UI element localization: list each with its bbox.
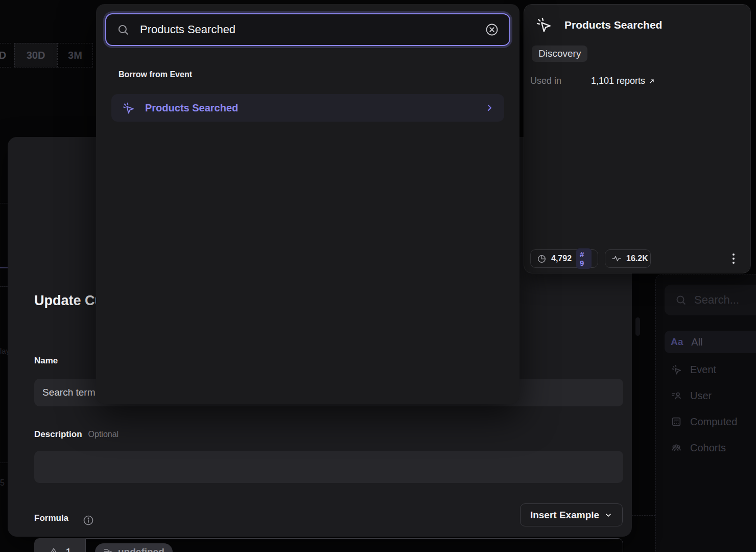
sidebar-search-placeholder: Search... xyxy=(694,293,739,307)
sidebar-item-cohorts[interactable]: Cohorts xyxy=(665,436,756,459)
category-badge: Discovery xyxy=(532,45,587,62)
chart-line-fragment xyxy=(0,267,8,268)
scrollbar-thumb[interactable] xyxy=(635,317,640,336)
description-field[interactable] xyxy=(34,451,623,483)
warning-icon xyxy=(48,546,59,552)
volume-pill[interactable]: 16.2K xyxy=(605,249,651,268)
pie-chart-icon xyxy=(537,254,547,264)
time-range-30d[interactable]: 30D xyxy=(14,43,57,67)
sidebar-item-computed[interactable]: Computed xyxy=(665,410,756,433)
chart-gridline xyxy=(0,463,8,463)
sidebar-item-label: All xyxy=(691,336,702,348)
description-label: Description Optional xyxy=(34,429,119,440)
sidebar-item-label: User xyxy=(690,390,712,402)
section-label: Borrow from Event xyxy=(119,70,192,79)
event-cursor-icon xyxy=(122,101,135,114)
sidebar-item-user[interactable]: User xyxy=(665,384,756,407)
event-detail-card: Products Searched Discovery Used in 1,10… xyxy=(524,4,751,273)
error-count: 1 xyxy=(65,546,72,552)
total-count-pill[interactable]: 4,792 # 9 xyxy=(530,249,598,268)
rank-badge: # 9 xyxy=(576,248,592,269)
people-group-icon xyxy=(671,442,682,453)
formula-error-count: 1 xyxy=(34,538,85,552)
chart-gridline xyxy=(0,286,8,287)
time-range-3m[interactable]: 3M xyxy=(57,43,93,67)
sidebar-item-label: Event xyxy=(690,364,716,376)
app-root: D 30D 3M lay 5 Search... Aa All Event xyxy=(0,0,756,552)
search-icon xyxy=(675,294,687,306)
panel-edge-fragment xyxy=(632,515,655,516)
chip-label: undefined xyxy=(118,546,164,552)
text-type-icon: Aa xyxy=(671,336,683,348)
formula-property-chip[interactable]: undefined xyxy=(95,543,173,552)
sidebar-item-label: Cohorts xyxy=(690,442,726,454)
chevron-down-icon xyxy=(604,511,612,519)
user-profile-icon xyxy=(671,390,682,401)
search-input[interactable] xyxy=(139,22,476,37)
result-label: Products Searched xyxy=(145,102,475,114)
volume-count: 16.2K xyxy=(626,254,648,263)
info-icon[interactable] xyxy=(82,514,94,526)
chart-axis-fragment: 5 xyxy=(0,478,5,488)
sidebar-item-label: Computed xyxy=(690,416,737,428)
search-input-wrapper xyxy=(105,13,510,46)
chevron-right-icon xyxy=(485,103,494,112)
insert-example-button[interactable]: Insert Example xyxy=(520,503,623,526)
time-range-partial[interactable]: D xyxy=(0,43,11,67)
property-search-modal: Borrow from Event Products Searched xyxy=(96,4,519,404)
sidebar-search-input[interactable]: Search... xyxy=(665,285,756,315)
search-result-products-searched[interactable]: Products Searched xyxy=(111,94,504,122)
used-in-reports-link[interactable]: 1,101 reports xyxy=(591,76,655,86)
name-label: Name xyxy=(34,356,58,366)
activity-pulse-icon xyxy=(611,254,622,264)
total-count: 4,792 xyxy=(551,254,572,263)
formula-editor[interactable]: undefined xyxy=(85,538,623,552)
event-cursor-icon xyxy=(535,16,552,33)
external-arrow-icon xyxy=(648,78,655,85)
used-in-label: Used in xyxy=(530,76,561,86)
property-icon xyxy=(103,547,113,552)
property-type-sidebar: Search... Aa All Event User xyxy=(655,274,756,552)
formula-label: Formula xyxy=(34,513,68,523)
event-cursor-icon xyxy=(671,364,682,375)
event-card-title: Products Searched xyxy=(564,19,662,31)
chart-gridline xyxy=(0,203,8,203)
search-icon xyxy=(116,23,130,36)
calculator-icon xyxy=(671,416,682,427)
more-options-button[interactable] xyxy=(727,251,740,266)
clear-search-icon[interactable] xyxy=(485,22,499,37)
sidebar-item-all[interactable]: Aa All xyxy=(665,331,756,353)
optional-label: Optional xyxy=(88,430,119,439)
sidebar-item-event[interactable]: Event xyxy=(665,358,756,381)
